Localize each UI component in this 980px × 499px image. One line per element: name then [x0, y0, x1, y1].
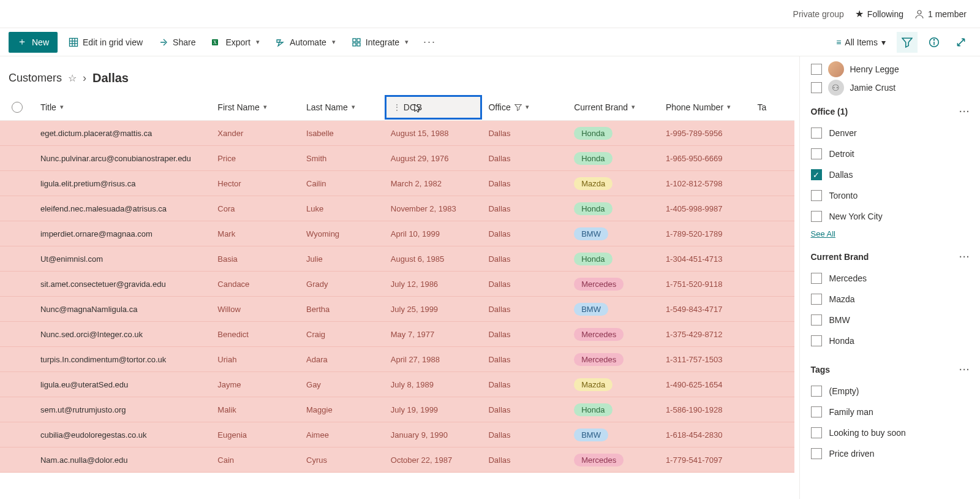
filter-option-row[interactable]: Looking to buy soon: [811, 422, 971, 443]
checkbox[interactable]: [811, 169, 822, 180]
cell-office: Dallas: [482, 129, 568, 138]
cell-brand: Mercedes: [568, 278, 660, 291]
new-button[interactable]: ＋ New: [9, 32, 58, 53]
filter-person-row[interactable]: Henry Legge: [811, 60, 971, 78]
column-header-row: Title▾ First Name▾ Last Name▾ ⋮ DOB Off: [0, 94, 794, 121]
table-row[interactable]: eleifend.nec.malesuada@atrisus.ca Cora L…: [0, 196, 794, 221]
members-label: 1 member: [928, 9, 967, 19]
see-all-link[interactable]: See All: [811, 229, 835, 238]
checkbox[interactable]: [811, 211, 822, 222]
filter-option-row[interactable]: Detroit: [811, 143, 971, 164]
filter-section-office: Office (1) ···: [811, 107, 971, 116]
filter-option-row[interactable]: Mazda: [811, 289, 971, 310]
cell-first-name: Willow: [211, 305, 300, 314]
brand-pill: Honda: [574, 152, 612, 165]
cell-office: Dallas: [482, 380, 568, 389]
checkbox[interactable]: [811, 335, 822, 346]
table-row[interactable]: eget.dictum.placerat@mattis.ca Xander Is…: [0, 121, 794, 146]
chevron-down-icon: ▾: [263, 103, 267, 111]
checkbox[interactable]: [811, 148, 822, 159]
option-label: Dallas: [829, 170, 853, 180]
person-name: Jamie Crust: [850, 83, 896, 93]
cell-first-name: Uriah: [211, 355, 300, 364]
table-row[interactable]: cubilia@eudoloregestas.co.uk Eugenia Aim…: [0, 422, 794, 448]
export-button[interactable]: X Export ▾: [206, 32, 264, 53]
column-header-first-name[interactable]: First Name▾: [211, 102, 300, 112]
filter-option-row[interactable]: Family man: [811, 402, 971, 422]
filter-option-row[interactable]: Dallas: [811, 164, 971, 185]
cell-dob: May 7, 1977: [385, 330, 483, 339]
cell-last-name: Smith: [300, 154, 385, 163]
column-header-tags[interactable]: Ta: [752, 102, 794, 112]
table-row[interactable]: sit.amet.consectetuer@gravida.edu Candac…: [0, 272, 794, 297]
overflow-menu-button[interactable]: ···: [420, 36, 440, 48]
share-button[interactable]: Share: [154, 32, 200, 53]
checkbox[interactable]: [811, 406, 822, 417]
filter-option-row[interactable]: BMW: [811, 310, 971, 330]
edit-grid-button[interactable]: Edit in grid view: [64, 32, 148, 53]
column-header-office[interactable]: Office ▾: [482, 102, 568, 112]
table-row[interactable]: Nunc.sed.orci@Integer.co.uk Benedict Cra…: [0, 322, 794, 347]
table-row[interactable]: ligula.eu@uteratSed.edu Jayme Gay July 8…: [0, 372, 794, 397]
table-row[interactable]: turpis.In.condimentum@tortor.co.uk Uriah…: [0, 347, 794, 372]
cell-title: Ut@enimnisl.com: [34, 254, 211, 264]
option-label: (Empty): [829, 386, 859, 396]
drag-handle-icon[interactable]: ⋮: [393, 102, 401, 112]
filter-option-row[interactable]: Honda: [811, 330, 971, 351]
checkbox[interactable]: [811, 190, 822, 201]
table-row[interactable]: sem.ut@rutrumjusto.org Malik Maggie July…: [0, 397, 794, 422]
cell-brand: Mercedes: [568, 328, 660, 341]
checkbox[interactable]: [811, 448, 822, 459]
column-header-phone[interactable]: Phone Number▾: [660, 102, 752, 112]
column-header-current-brand[interactable]: Current Brand▾: [568, 102, 660, 112]
integrate-button[interactable]: Integrate ▾: [347, 32, 413, 53]
cell-dob: July 8, 1989: [385, 380, 483, 389]
checkbox[interactable]: [811, 427, 822, 438]
list-name[interactable]: Customers: [9, 72, 62, 85]
checkbox[interactable]: [811, 273, 822, 284]
checkbox[interactable]: [811, 386, 822, 397]
column-header-last-name[interactable]: Last Name▾: [300, 102, 385, 112]
column-header-dob[interactable]: ⋮ DOB: [385, 95, 483, 120]
checkbox[interactable]: [811, 294, 822, 305]
table-row[interactable]: Ut@enimnisl.com Basia Julie August 6, 19…: [0, 246, 794, 272]
svg-point-0: [918, 10, 921, 14]
section-more-button[interactable]: ···: [959, 365, 970, 375]
info-pane-toggle[interactable]: [924, 32, 944, 53]
cell-last-name: Wyoming: [300, 229, 385, 238]
expand-button[interactable]: [951, 32, 971, 53]
table-row[interactable]: ligula.elit.pretium@risus.ca Hector Cail…: [0, 171, 794, 196]
view-selector[interactable]: ≡ All Items ▾: [831, 37, 891, 47]
filter-option-row[interactable]: Mercedes: [811, 268, 971, 289]
table-row[interactable]: Nunc@magnaNamligula.ca Willow Bertha Jul…: [0, 297, 794, 322]
star-outline-icon[interactable]: ☆: [68, 72, 77, 84]
table-row[interactable]: imperdiet.ornare@magnaa.com Mark Wyoming…: [0, 221, 794, 246]
option-label: Detroit: [829, 149, 854, 159]
checkbox[interactable]: [811, 82, 822, 93]
select-all-toggle[interactable]: [12, 102, 23, 113]
table-row[interactable]: Nam.ac.nulla@dolor.edu Cain Cyrus Octobe…: [0, 448, 794, 473]
breadcrumb: Customers ☆ › Dallas: [0, 56, 799, 94]
filter-option-row[interactable]: (Empty): [811, 381, 971, 402]
cell-first-name: Malik: [211, 405, 300, 414]
filter-option-row[interactable]: New York City: [811, 206, 971, 227]
cell-title: turpis.In.condimentum@tortor.co.uk: [34, 355, 211, 364]
checkbox[interactable]: [811, 64, 822, 75]
automate-button[interactable]: Automate ▾: [271, 32, 341, 53]
filter-pane-toggle[interactable]: [897, 32, 918, 53]
checkbox[interactable]: [811, 128, 822, 139]
cell-brand: BMW: [568, 303, 660, 316]
column-header-title[interactable]: Title▾: [34, 102, 211, 112]
cell-first-name: Hector: [211, 179, 300, 188]
members-button[interactable]: 1 member: [914, 9, 967, 19]
cell-phone: 1-490-625-1654: [660, 380, 752, 389]
filter-option-row[interactable]: Toronto: [811, 185, 971, 206]
table-row[interactable]: Nunc.pulvinar.arcu@conubianostraper.edu …: [0, 146, 794, 171]
follow-button[interactable]: ★ Following: [855, 8, 903, 20]
filter-option-row[interactable]: Price driven: [811, 443, 971, 464]
section-more-button[interactable]: ···: [959, 107, 970, 116]
section-more-button[interactable]: ···: [959, 252, 970, 262]
filter-person-row[interactable]: ⚇ Jamie Crust: [811, 78, 971, 97]
filter-option-row[interactable]: Denver: [811, 123, 971, 143]
checkbox[interactable]: [811, 314, 822, 326]
